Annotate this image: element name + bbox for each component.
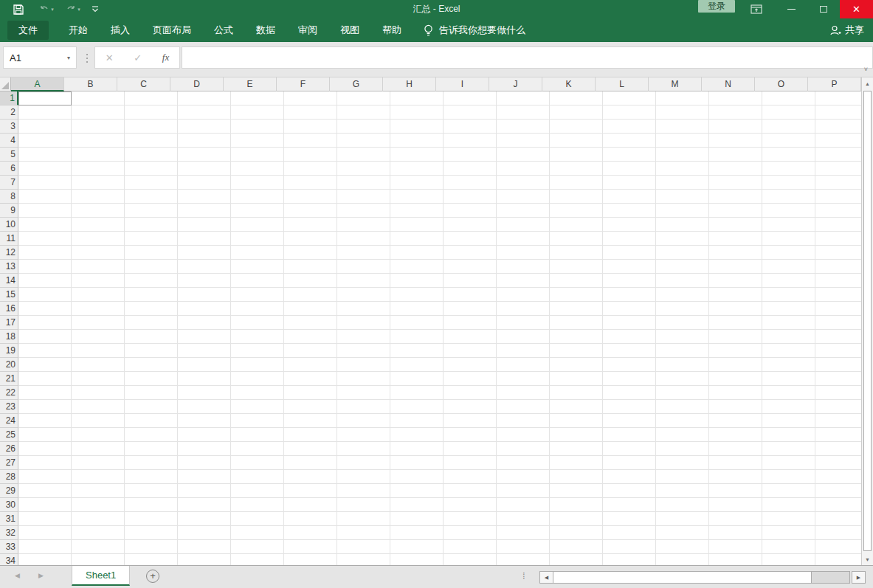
cell-J17[interactable] [497,316,550,330]
cell-A26[interactable] [18,442,72,456]
cell-H8[interactable] [390,190,444,204]
cell-C18[interactable] [125,330,178,344]
cell-P1[interactable] [815,91,861,106]
cell-H16[interactable] [390,302,444,316]
cell-J30[interactable] [497,498,550,512]
cell-A25[interactable] [18,428,72,442]
cell-N19[interactable] [709,344,762,358]
cell-L2[interactable] [603,106,656,120]
cell-H14[interactable] [390,274,444,288]
cell-H5[interactable] [390,148,444,162]
cell-I16[interactable] [444,302,497,316]
cell-P15[interactable] [815,288,861,302]
cell-J18[interactable] [497,330,550,344]
cell-I32[interactable] [444,526,497,540]
cell-M9[interactable] [656,204,709,218]
cell-D28[interactable] [178,470,231,484]
cell-K24[interactable] [550,414,603,428]
close-button[interactable]: ✕ [840,0,873,18]
cell-P11[interactable] [815,232,861,246]
cell-L22[interactable] [603,386,656,400]
cell-A21[interactable] [18,372,72,386]
cell-M33[interactable] [656,540,709,554]
cell-K34[interactable] [550,554,603,565]
cell-A8[interactable] [18,190,72,204]
cell-N33[interactable] [709,540,762,554]
name-box-dropdown-icon[interactable]: ▾ [61,55,76,61]
cell-D17[interactable] [178,316,231,330]
cell-E1[interactable] [231,91,284,106]
cell-J24[interactable] [497,414,550,428]
cell-N28[interactable] [709,470,762,484]
cell-K10[interactable] [550,218,603,232]
cell-I4[interactable] [444,134,497,148]
cell-G21[interactable] [337,372,390,386]
ribbon-tab-5[interactable]: 数据 [245,21,286,40]
cell-M23[interactable] [656,400,709,414]
cell-H19[interactable] [390,344,444,358]
cell-A20[interactable] [18,358,72,372]
cell-B15[interactable] [72,288,125,302]
cell-B25[interactable] [72,428,125,442]
cell-B13[interactable] [72,260,125,274]
cell-N20[interactable] [709,358,762,372]
cell-E3[interactable] [231,120,284,134]
row-header-25[interactable]: 25 [0,428,18,442]
cell-M26[interactable] [656,442,709,456]
cell-E11[interactable] [231,232,284,246]
cell-B16[interactable] [72,302,125,316]
ribbon-tab-8[interactable]: 帮助 [371,21,413,40]
cell-M14[interactable] [656,274,709,288]
cell-I14[interactable] [444,274,497,288]
cell-A31[interactable] [18,512,72,526]
cell-J10[interactable] [497,218,550,232]
cell-C21[interactable] [125,372,178,386]
cell-E28[interactable] [231,470,284,484]
cell-I23[interactable] [444,400,497,414]
cell-C15[interactable] [125,288,178,302]
cell-N23[interactable] [709,400,762,414]
redo-dropdown-arrow[interactable]: ▾ [77,7,80,13]
cell-I25[interactable] [444,428,497,442]
cell-G23[interactable] [337,400,390,414]
cell-J21[interactable] [497,372,550,386]
undo-button[interactable]: ▾ [34,0,59,18]
row-header-16[interactable]: 16 [0,302,18,316]
cell-H32[interactable] [390,526,444,540]
cell-A1[interactable] [18,91,72,106]
cell-O16[interactable] [762,302,815,316]
cell-J6[interactable] [497,162,550,176]
cell-N30[interactable] [709,498,762,512]
cell-E32[interactable] [231,526,284,540]
customize-quick-access-button[interactable] [87,0,103,18]
row-header-32[interactable]: 32 [0,526,18,540]
cell-O14[interactable] [762,274,815,288]
cell-M30[interactable] [656,498,709,512]
cell-E30[interactable] [231,498,284,512]
cell-N31[interactable] [709,512,762,526]
next-sheet-button[interactable]: ▶ [38,572,44,579]
cell-N25[interactable] [709,428,762,442]
cell-B18[interactable] [72,330,125,344]
cell-I29[interactable] [444,484,497,498]
cell-M16[interactable] [656,302,709,316]
cell-H28[interactable] [390,470,444,484]
cell-D31[interactable] [178,512,231,526]
cell-E19[interactable] [231,344,284,358]
cell-A12[interactable] [18,246,72,260]
cell-D21[interactable] [178,372,231,386]
cell-P23[interactable] [815,400,861,414]
cell-I10[interactable] [444,218,497,232]
cell-P12[interactable] [815,246,861,260]
name-box-resize-handle[interactable] [83,51,91,66]
cell-K19[interactable] [550,344,603,358]
enter-icon[interactable]: ✓ [134,52,142,63]
cell-A13[interactable] [18,260,72,274]
cell-C9[interactable] [125,204,178,218]
cell-M20[interactable] [656,358,709,372]
cell-I13[interactable] [444,260,497,274]
cell-I15[interactable] [444,288,497,302]
cell-A3[interactable] [18,120,72,134]
cell-H22[interactable] [390,386,444,400]
cell-C17[interactable] [125,316,178,330]
